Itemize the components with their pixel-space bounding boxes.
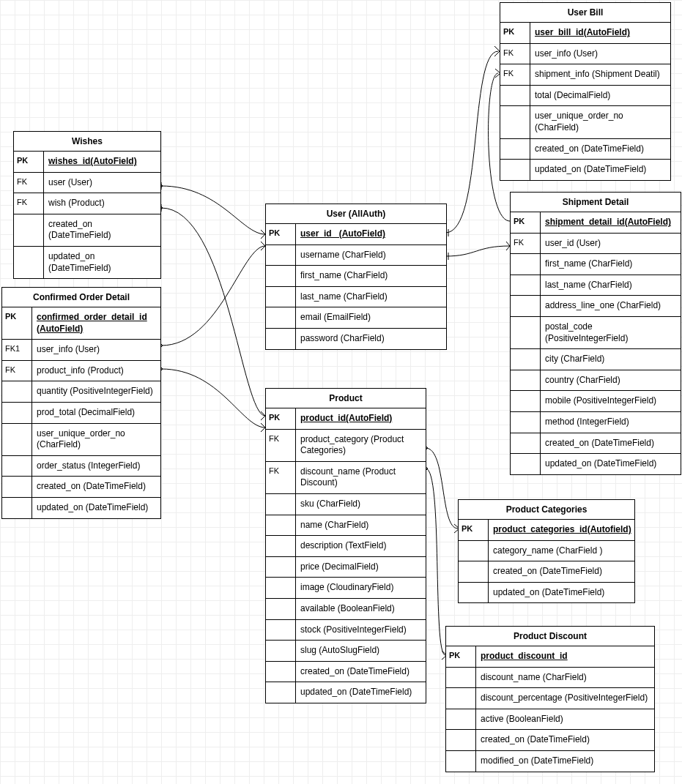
entity-row: password (CharField) xyxy=(266,329,446,349)
key-cell xyxy=(266,515,296,536)
entity-row: PKproduct_categories_id(Autofield) xyxy=(459,520,634,541)
field-cell: updated_on (DateTimeField) xyxy=(489,583,634,603)
key-cell xyxy=(2,403,32,423)
key-cell xyxy=(2,381,32,402)
field-cell: product_info (Product) xyxy=(32,361,160,381)
entity-row: FKproduct_category (Product Categories) xyxy=(266,430,426,462)
entity-row: created_on (DateTimeField) xyxy=(2,477,160,498)
entity-row: user_unique_order_no (CharField) xyxy=(2,424,160,456)
entity-row: slug (AutoSlugField) xyxy=(266,641,426,662)
entity-row: last_name (CharField) xyxy=(511,275,681,296)
key-cell xyxy=(511,454,541,474)
entity-product-discount: Product Discount PKproduct_discount_iddi… xyxy=(445,626,655,772)
entity-row: updated_on (DateTimeField) xyxy=(459,583,634,603)
field-cell: wish (Product) xyxy=(44,193,160,214)
key-cell: PK xyxy=(511,212,541,233)
field-cell: method (IntegerField) xyxy=(541,412,681,433)
entity-title: Shipment Detail xyxy=(511,193,681,212)
field-cell: discount_name (Product Discount) xyxy=(296,462,426,493)
key-cell xyxy=(511,254,541,275)
entity-row: name (CharField) xyxy=(266,515,426,537)
key-cell xyxy=(511,412,541,433)
field-cell: user_bill_id(AutoField) xyxy=(530,23,670,43)
key-cell xyxy=(446,688,476,709)
entity-row: username (CharField) xyxy=(266,245,446,266)
entity-row: created_on (DateTimeField) xyxy=(14,214,160,247)
entity-row: prod_total (DecimalField) xyxy=(2,403,160,424)
entity-row: FKuser_info (User) xyxy=(500,44,670,65)
entity-rows: PKuser_bill_id(AutoField)FKuser_info (Us… xyxy=(500,23,670,180)
entity-row: address_line_one (CharField) xyxy=(511,296,681,317)
entity-rows: PKwishes_id(AutoField)FKuser (User)FKwis… xyxy=(14,152,160,278)
entity-row: email (EmailField) xyxy=(266,307,446,329)
entity-row: mobile (PositiveIntegerField) xyxy=(511,391,681,412)
key-cell xyxy=(266,307,296,328)
entity-row: FK1user_info (User) xyxy=(2,340,160,361)
field-cell: user_id (User) xyxy=(541,234,681,254)
key-cell xyxy=(511,296,541,316)
key-cell xyxy=(446,730,476,750)
field-cell: name (CharField) xyxy=(296,515,426,536)
field-cell: stock (PositiveIntegerField) xyxy=(296,620,426,641)
entity-row: postal_code (PositiveIntegerField) xyxy=(511,317,681,349)
key-cell xyxy=(14,247,44,278)
entity-row: created_on (DateTimeField) xyxy=(511,433,681,455)
key-cell: FK xyxy=(500,64,530,85)
entity-rows: PKproduct_categories_id(Autofield)catego… xyxy=(459,520,634,602)
field-cell: quantity (PositiveIntegerField) xyxy=(32,381,160,402)
field-cell: postal_code (PositiveIntegerField) xyxy=(541,317,681,348)
key-cell xyxy=(266,536,296,556)
field-cell: first_name (CharField) xyxy=(296,266,446,286)
key-cell xyxy=(266,641,296,661)
entity-row: PKproduct_id(AutoField) xyxy=(266,408,426,430)
key-cell: PK xyxy=(266,224,296,244)
key-cell: PK xyxy=(14,152,44,172)
field-cell: password (CharField) xyxy=(296,329,446,349)
key-cell xyxy=(266,662,296,682)
entity-rows: PKshipment_detail_id(AutoField)FKuser_id… xyxy=(511,212,681,474)
key-cell xyxy=(266,682,296,703)
entity-row: stock (PositiveIntegerField) xyxy=(266,620,426,641)
key-cell xyxy=(14,214,44,246)
key-cell xyxy=(446,709,476,730)
key-cell xyxy=(511,433,541,454)
entity-confirmed-order-detail: Confirmed Order Detail PKconfirmed_order… xyxy=(1,287,161,519)
key-cell xyxy=(2,498,32,518)
key-cell xyxy=(446,668,476,688)
entity-row: FKwish (Product) xyxy=(14,193,160,214)
field-cell: created_on (DateTimeField) xyxy=(476,730,654,750)
field-cell: country (CharField) xyxy=(541,370,681,391)
entity-row: active (BooleanField) xyxy=(446,709,654,731)
entity-row: PKuser_bill_id(AutoField) xyxy=(500,23,670,44)
field-cell: product_category (Product Categories) xyxy=(296,430,426,461)
field-cell: address_line_one (CharField) xyxy=(541,296,681,316)
entity-user: User (AllAuth) PKuser_id_ (AutoField)use… xyxy=(265,204,447,350)
field-cell: shipment_info (Shipment Deatil) xyxy=(530,64,670,85)
key-cell xyxy=(459,583,489,603)
field-cell: product_discount_id xyxy=(476,646,654,667)
key-cell: FK xyxy=(266,430,296,461)
key-cell xyxy=(511,370,541,391)
key-cell: FK xyxy=(500,44,530,64)
field-cell: updated_on (DateTimeField) xyxy=(296,682,426,703)
key-cell: PK xyxy=(266,408,296,429)
key-cell xyxy=(266,578,296,598)
field-cell: last_name (CharField) xyxy=(541,275,681,296)
field-cell: last_name (CharField) xyxy=(296,287,446,307)
key-cell xyxy=(459,541,489,561)
key-cell xyxy=(500,160,530,180)
key-cell xyxy=(266,245,296,266)
field-cell: user_id_ (AutoField) xyxy=(296,224,446,244)
entity-row: created_on (DateTimeField) xyxy=(266,662,426,683)
entity-row: FKproduct_info (Product) xyxy=(2,361,160,382)
entity-row: discount_percentage (PositiveIntegerFiel… xyxy=(446,688,654,709)
field-cell: price (DecimalField) xyxy=(296,557,426,578)
key-cell xyxy=(446,751,476,772)
entity-row: image (CloudinaryField) xyxy=(266,578,426,599)
key-cell: FK xyxy=(511,234,541,254)
entity-title: User (AllAuth) xyxy=(266,204,446,224)
field-cell: mobile (PositiveIntegerField) xyxy=(541,391,681,411)
entity-row: PKuser_id_ (AutoField) xyxy=(266,224,446,245)
key-cell xyxy=(500,139,530,160)
field-cell: confirmed_order_detail_id (AutoField) xyxy=(32,307,160,339)
